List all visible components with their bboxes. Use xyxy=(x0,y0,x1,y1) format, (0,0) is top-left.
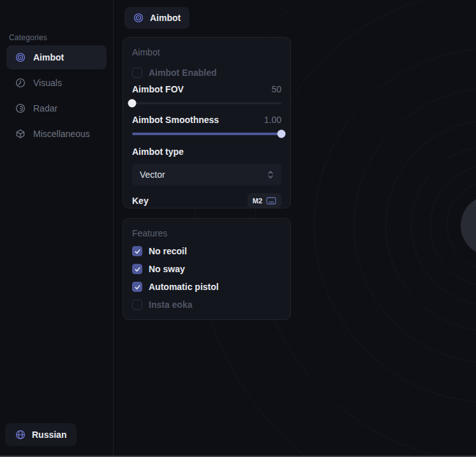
smoothness-row: Aimbot Smoothness 1.00 xyxy=(132,114,281,126)
chevron-updown-icon xyxy=(267,170,274,179)
sidebar-nav: Aimbot Visuals Radar Miscellaneous xyxy=(6,45,107,146)
target-icon xyxy=(15,52,26,62)
tab-label: Aimbot xyxy=(150,13,181,23)
panel-title: Features xyxy=(132,228,281,239)
insta-eoka-checkbox[interactable] xyxy=(132,300,142,310)
categories-label: Categories xyxy=(9,33,47,42)
key-row: Key M2 xyxy=(132,193,281,208)
aimbot-enabled-checkbox[interactable] xyxy=(132,68,142,78)
smoothness-slider[interactable] xyxy=(132,129,281,138)
feature-label: No sway xyxy=(149,264,185,274)
aimbot-enabled-row: Aimbot Enabled xyxy=(132,67,281,78)
fov-slider-thumb[interactable] xyxy=(128,99,137,108)
feature-label: Automatic pistol xyxy=(149,282,219,292)
sidebar: Categories Aimbot Visuals Radar xyxy=(0,0,114,457)
language-button[interactable]: Russian xyxy=(5,423,77,446)
cube-icon xyxy=(15,129,26,139)
keyboard-icon xyxy=(266,197,276,205)
app-window: Categories Aimbot Visuals Radar xyxy=(0,0,476,457)
feature-row-no-sway: No sway xyxy=(132,263,281,275)
sidebar-item-label: Miscellaneous xyxy=(33,129,90,139)
smoothness-value: 1.00 xyxy=(264,115,281,125)
sidebar-item-label: Radar xyxy=(33,103,57,113)
tab-aimbot[interactable]: Aimbot xyxy=(124,7,190,29)
sidebar-item-visuals[interactable]: Visuals xyxy=(6,71,107,95)
feature-row-insta-eoka: Insta eoka xyxy=(132,299,281,310)
automatic-pistol-checkbox[interactable] xyxy=(132,282,142,292)
key-label: Key xyxy=(132,195,149,207)
feature-row-automatic-pistol: Automatic pistol xyxy=(132,281,281,293)
smoothness-label: Aimbot Smoothness xyxy=(132,114,219,126)
features-panel: Features No recoil No sway Automatic pis… xyxy=(123,218,291,320)
fov-row: Aimbot FOV 50 xyxy=(132,83,281,95)
no-recoil-checkbox[interactable] xyxy=(132,246,142,256)
fov-slider-track xyxy=(132,103,281,105)
panel-title: Aimbot xyxy=(132,47,281,58)
feature-label: Insta eoka xyxy=(149,300,192,310)
background-disc xyxy=(461,195,476,256)
aimbot-type-select[interactable]: Vector xyxy=(132,164,281,185)
sidebar-item-radar[interactable]: Radar xyxy=(6,96,107,120)
fov-label: Aimbot FOV xyxy=(132,83,184,95)
aimbot-enabled-label: Aimbot Enabled xyxy=(149,68,217,78)
radar-icon xyxy=(15,103,26,113)
target-icon xyxy=(133,13,144,23)
fov-value: 50 xyxy=(271,84,281,94)
sidebar-item-label: Aimbot xyxy=(33,52,64,62)
aimbot-type-selected-value: Vector xyxy=(140,170,165,180)
language-button-label: Russian xyxy=(32,430,66,440)
globe-icon xyxy=(15,430,26,440)
feature-label: No recoil xyxy=(149,246,187,256)
feature-row-no-recoil: No recoil xyxy=(132,245,281,257)
keybind-value: M2 xyxy=(253,197,262,205)
eye-icon xyxy=(15,78,26,88)
smoothness-slider-thumb[interactable] xyxy=(278,130,286,138)
smoothness-slider-track xyxy=(132,133,281,135)
no-sway-checkbox[interactable] xyxy=(132,264,142,274)
sidebar-item-label: Visuals xyxy=(33,78,62,88)
sidebar-item-miscellaneous[interactable]: Miscellaneous xyxy=(6,122,107,146)
aimbot-panel: Aimbot Aimbot Enabled Aimbot FOV 50 Aimb… xyxy=(123,37,291,208)
fov-slider[interactable] xyxy=(132,99,281,108)
sidebar-item-aimbot[interactable]: Aimbot xyxy=(6,45,107,69)
keybind-button[interactable]: M2 xyxy=(248,193,281,208)
features-list: No recoil No sway Automatic pistol Insta… xyxy=(132,245,281,310)
aimbot-type-label: Aimbot type xyxy=(132,146,281,157)
